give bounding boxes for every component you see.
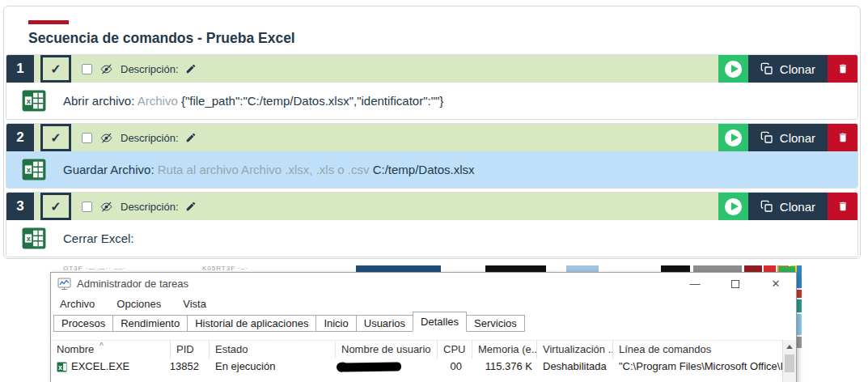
param-hint: Ruta al archivo Archivo .xlsx, .xls o .c… xyxy=(158,163,370,176)
sort-ascending-icon: ^ xyxy=(100,341,104,355)
step-select-checkbox[interactable] xyxy=(82,202,92,212)
command-sequence-panel: Secuencia de comandos - Prueba Excel 1 ✓… xyxy=(3,6,861,259)
clone-button-label: Clonar xyxy=(780,131,815,145)
background-color-block xyxy=(661,265,690,272)
hide-description-icon[interactable] xyxy=(99,132,114,144)
column-header-pid[interactable]: PID xyxy=(171,341,210,359)
step-actions: Clonar xyxy=(718,193,857,220)
step-enabled-toggle[interactable]: ✓ xyxy=(40,193,71,220)
edit-description-icon[interactable] xyxy=(185,201,197,212)
cell-pid: 13852 xyxy=(171,359,210,375)
clone-button-label: Clonar xyxy=(780,200,815,214)
menu-opciones[interactable]: Opciones xyxy=(116,298,161,310)
column-header-nombre[interactable]: Nombre^ xyxy=(51,341,171,359)
cell-nombre: x EXCEL.EXE xyxy=(51,359,171,375)
copy-icon xyxy=(760,62,773,75)
step-actions: Clonar xyxy=(718,124,857,151)
maximize-button[interactable] xyxy=(715,273,756,295)
column-header-usuario[interactable]: Nombre de usuario xyxy=(336,341,438,359)
column-header-estado[interactable]: Estado xyxy=(210,341,336,359)
title-accent-bar xyxy=(28,20,69,24)
task-manager-titlebar[interactable]: Administrador de tareas — ✕ xyxy=(51,273,796,295)
scrollbar-thumb[interactable] xyxy=(785,354,794,372)
step-number-badge: 3 xyxy=(6,193,34,220)
run-step-button[interactable] xyxy=(718,55,748,83)
window-title: Administrador de tareas xyxy=(77,278,188,290)
description-label: Descripción: xyxy=(121,63,179,75)
run-step-button[interactable] xyxy=(718,124,748,151)
tab-rendimiento[interactable]: Rendimiento xyxy=(112,315,188,332)
hide-description-icon[interactable] xyxy=(99,201,114,213)
process-row-excel[interactable]: x EXCEL.EXE 13852 En ejecución 00 115.37… xyxy=(51,359,796,375)
page-title-script-name: Prueba Excel xyxy=(206,30,295,46)
edit-description-icon[interactable] xyxy=(185,132,197,143)
tab-historial[interactable]: Historial de aplicaciones xyxy=(187,315,316,332)
step-enabled-toggle[interactable]: ✓ xyxy=(40,124,71,151)
scroll-up-button[interactable] xyxy=(783,340,796,354)
column-header-memoria[interactable]: Memoria (e... xyxy=(472,341,537,359)
step-command-row[interactable]: x Cerrar Excel: xyxy=(6,220,857,257)
check-icon: ✓ xyxy=(50,130,61,146)
step-select-checkbox[interactable] xyxy=(82,64,92,74)
background-color-block xyxy=(356,265,441,272)
step-command-row[interactable]: x Abrir archivo: Archivo {"file_path":"C… xyxy=(6,83,857,119)
background-text-fragment: K05RT3F ·–· xyxy=(202,265,248,272)
excel-process-icon: x xyxy=(57,362,67,372)
description-area: Descripción: xyxy=(71,55,718,83)
menu-vista[interactable]: Vista xyxy=(183,298,206,310)
check-icon: ✓ xyxy=(50,62,61,77)
copy-icon xyxy=(760,131,773,144)
background-color-sliver xyxy=(797,290,802,298)
background-text-fragment: OT3F ·— —·· ––· xyxy=(63,265,126,272)
background-color-sliver xyxy=(797,314,802,335)
cell-estado: En ejecución xyxy=(210,359,336,375)
param-hint: Archivo xyxy=(138,94,178,108)
delete-step-button[interactable] xyxy=(828,55,857,83)
play-icon xyxy=(725,129,742,146)
svg-text:x: x xyxy=(58,363,62,371)
tab-servicios[interactable]: Servicios xyxy=(466,315,525,332)
menu-archivo[interactable]: Archivo xyxy=(60,298,95,310)
edit-description-icon[interactable] xyxy=(185,63,197,74)
tab-inicio[interactable]: Inicio xyxy=(315,315,356,332)
tab-usuarios[interactable]: Usuarios xyxy=(356,315,413,332)
step-block-2: 2 ✓ Descripción: Clonar xyxy=(6,123,858,189)
background-color-block xyxy=(764,265,776,272)
description-label: Descripción: xyxy=(121,132,179,144)
step-enabled-toggle[interactable]: ✓ xyxy=(40,55,71,83)
run-step-button[interactable] xyxy=(718,193,748,220)
background-color-block xyxy=(744,265,762,272)
action-label: Cerrar Excel: xyxy=(63,231,134,245)
excel-icon: x xyxy=(22,90,46,112)
trash-icon xyxy=(837,131,849,144)
background-color-sliver xyxy=(797,265,802,288)
column-header-cpu[interactable]: CPU xyxy=(438,341,472,359)
step-command-row-selected[interactable]: x Guardar Archivo: Ruta al archivo Archi… xyxy=(6,151,857,188)
column-header-linea-comandos[interactable]: Línea de comandos xyxy=(613,341,782,359)
delete-step-button[interactable] xyxy=(828,124,857,151)
clone-step-button[interactable]: Clonar xyxy=(748,124,828,151)
excel-icon: x xyxy=(22,159,46,180)
step-select-checkbox[interactable] xyxy=(82,133,92,143)
background-color-block xyxy=(566,265,599,272)
svg-text:x: x xyxy=(27,166,32,174)
vertical-scrollbar[interactable] xyxy=(782,340,796,382)
tab-detalles[interactable]: Detalles xyxy=(413,312,467,332)
step-block-3: 3 ✓ Descripción: Clonar xyxy=(6,192,858,257)
delete-step-button[interactable] xyxy=(828,193,857,220)
svg-text:x: x xyxy=(27,97,32,105)
trash-icon xyxy=(837,200,849,213)
step-header: 1 ✓ Descripción: Clonar xyxy=(6,55,857,83)
close-button[interactable]: ✕ xyxy=(756,273,796,295)
step-number-badge: 1 xyxy=(6,55,34,83)
column-header-virtualizacion[interactable]: Virtualización ... xyxy=(537,341,613,359)
scroll-up-icon xyxy=(786,345,793,349)
tab-procesos[interactable]: Procesos xyxy=(53,315,113,332)
play-icon xyxy=(725,61,742,78)
clone-step-button[interactable]: Clonar xyxy=(748,193,828,220)
hide-description-icon[interactable] xyxy=(99,63,114,75)
minimize-button[interactable]: — xyxy=(675,273,715,295)
cell-memoria: 115.376 K xyxy=(472,359,537,375)
background-color-sliver xyxy=(797,337,802,348)
clone-step-button[interactable]: Clonar xyxy=(748,55,828,83)
